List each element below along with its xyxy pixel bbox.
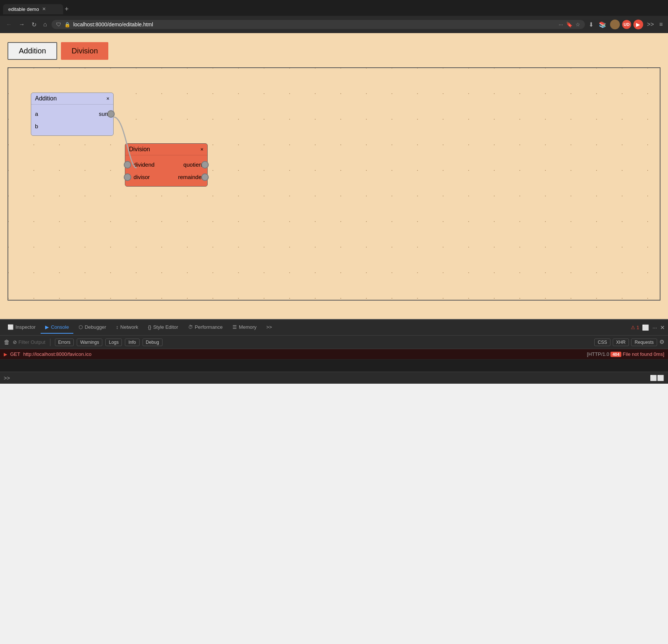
devtool-tab-debugger[interactable]: ⬡ Debugger <box>74 321 111 334</box>
performance-label: Performance <box>195 324 223 330</box>
more-options-devtools[interactable]: ··· <box>652 324 657 331</box>
devtools-more-button[interactable]: >> <box>262 321 276 334</box>
tab-title: editable demo <box>8 6 39 12</box>
addition-sum-port[interactable] <box>107 110 115 118</box>
division-remainder-port[interactable] <box>201 173 209 181</box>
division-input-dividend: dividend <box>134 161 155 168</box>
addition-node-body: a sum b <box>31 105 113 135</box>
addition-input-b: b <box>35 123 38 129</box>
close-devtools-button[interactable]: ✕ <box>660 324 665 331</box>
devtools-content: ▶ GET http://localhost:8000/favicon.ico … <box>0 349 668 372</box>
star-icon[interactable]: ☆ <box>575 21 580 27</box>
devtool-tab-inspector[interactable]: ⬜ Inspector <box>3 321 40 334</box>
console-label: Console <box>51 324 69 330</box>
division-divisor-port[interactable] <box>124 173 131 181</box>
division-node-title: Division <box>129 146 150 153</box>
avatar-red[interactable]: ▶ <box>633 20 643 29</box>
debugger-label: Debugger <box>85 324 106 330</box>
menu-icon[interactable]: ≡ <box>658 20 664 29</box>
filter-errors-button[interactable]: Errors <box>55 339 74 346</box>
forward-button[interactable]: → <box>17 20 27 29</box>
main-content: Addition Division Addition × a sum b <box>0 33 668 319</box>
filter-warnings-button[interactable]: Warnings <box>77 339 102 346</box>
download-icon[interactable]: ⬇ <box>587 20 595 30</box>
address-input[interactable] <box>73 21 556 27</box>
division-output-quotient: quotient <box>184 161 203 168</box>
devtool-tab-performance[interactable]: ⏱ Performance <box>184 321 227 334</box>
log-url: http://localhost:8000/favicon.ico <box>23 351 91 357</box>
division-button[interactable]: Division <box>61 42 108 60</box>
more-options-icon[interactable]: ··· <box>559 21 563 27</box>
division-node[interactable]: Division × dividend quotient divisor rem… <box>125 143 208 187</box>
style-editor-label: Style Editor <box>153 324 178 330</box>
error-badge: ⚠ 1 <box>631 325 639 330</box>
log-row-error: ▶ GET http://localhost:8000/favicon.ico … <box>0 349 668 360</box>
network-label: Network <box>120 324 138 330</box>
addition-node-close[interactable]: × <box>106 96 109 102</box>
devtool-tab-memory[interactable]: ☰ Memory <box>228 321 261 334</box>
inspector-icon: ⬜ <box>8 324 14 330</box>
devtools-toolbar: 🗑 ⊘ Filter Output Errors Warnings Logs I… <box>0 336 668 349</box>
shield-icon: 🛡 <box>56 21 61 27</box>
canvas-area[interactable]: Addition × a sum b Division × <box>8 67 660 301</box>
log-status-text: [HTTP/1.0 <box>587 351 609 357</box>
debugger-icon: ⬡ <box>79 324 83 330</box>
nav-icons-right: ⬇ 📚 UD ▶ >> ≡ <box>587 20 664 30</box>
division-node-close[interactable]: × <box>200 146 203 152</box>
addition-row-a: a sum <box>35 108 109 120</box>
avatar-ud[interactable]: UD <box>622 20 631 29</box>
clear-console-button[interactable]: 🗑 <box>4 339 10 346</box>
address-extras: ··· 🔖 ☆ <box>559 21 580 27</box>
pocket-icon[interactable]: 🔖 <box>566 21 572 27</box>
filter-logs-button[interactable]: Logs <box>105 339 122 346</box>
filter-requests-button[interactable]: Requests <box>631 339 657 346</box>
console-icon: ▶ <box>45 324 49 330</box>
devtools-panel: ⬜ Inspector ▶ Console ⬡ Debugger ↕ Netwo… <box>0 319 668 384</box>
tab-bar: editable demo ✕ + <box>0 0 668 16</box>
split-view-icon[interactable]: ⬜⬜ <box>650 375 664 381</box>
network-icon: ↕ <box>116 324 118 330</box>
devtool-tab-style-editor[interactable]: {} Style Editor <box>143 321 182 334</box>
dock-icon[interactable]: ⬜ <box>642 324 649 331</box>
error-icon: ⚠ <box>631 325 635 330</box>
addition-input-a: a <box>35 111 38 117</box>
new-tab-button[interactable]: + <box>65 5 69 13</box>
tab-close-button[interactable]: ✕ <box>42 6 46 12</box>
back-button[interactable]: ← <box>4 20 14 29</box>
toolbar: Addition Division <box>8 42 660 60</box>
devtool-tab-console[interactable]: ▶ Console <box>41 321 73 334</box>
log-expand-arrow[interactable]: ▶ <box>4 352 7 357</box>
memory-icon: ☰ <box>232 324 237 330</box>
extensions-icon[interactable]: >> <box>645 20 656 29</box>
browser-chrome: editable demo ✕ + ← → ↻ ⌂ 🛡 🔒 ··· 🔖 ☆ ⬇ … <box>0 0 668 33</box>
error-count: 1 <box>636 325 639 330</box>
settings-icon[interactable]: ⚙ <box>659 339 664 346</box>
filter-xhr-button[interactable]: XHR <box>613 339 629 346</box>
log-status-code: 404 <box>610 352 621 357</box>
filter-info-button[interactable]: Info <box>125 339 139 346</box>
devtools-tabs: ⬜ Inspector ▶ Console ⬡ Debugger ↕ Netwo… <box>0 320 668 336</box>
division-output-remainder: remainder <box>178 174 203 180</box>
division-input-divisor: divisor <box>134 174 150 180</box>
home-button[interactable]: ⌂ <box>41 20 49 29</box>
reload-button[interactable]: ↻ <box>29 20 39 30</box>
division-quotient-port[interactable] <box>201 161 209 169</box>
filter-icon: ⊘ <box>13 339 17 345</box>
devtool-tab-network[interactable]: ↕ Network <box>111 321 143 334</box>
active-tab[interactable]: editable demo ✕ <box>3 4 63 14</box>
division-node-header: Division × <box>125 144 207 155</box>
filter-right: CSS XHR Requests ⚙ <box>594 339 664 346</box>
footer-chevron[interactable]: >> <box>4 375 10 381</box>
division-dividend-port[interactable] <box>124 161 131 169</box>
filter-debug-button[interactable]: Debug <box>143 339 162 346</box>
division-node-body: dividend quotient divisor remainder <box>125 155 207 186</box>
addition-button[interactable]: Addition <box>8 42 57 60</box>
bookmarks-icon[interactable]: 📚 <box>597 20 608 30</box>
addition-node[interactable]: Addition × a sum b <box>31 93 114 136</box>
avatar-browser[interactable] <box>610 20 620 29</box>
filter-output-wrap: ⊘ Filter Output <box>13 339 46 345</box>
memory-label: Memory <box>239 324 257 330</box>
filter-css-button[interactable]: CSS <box>594 339 610 346</box>
log-status: [HTTP/1.0 404 File not found 0ms] <box>587 351 664 357</box>
addition-node-header: Addition × <box>31 93 113 105</box>
